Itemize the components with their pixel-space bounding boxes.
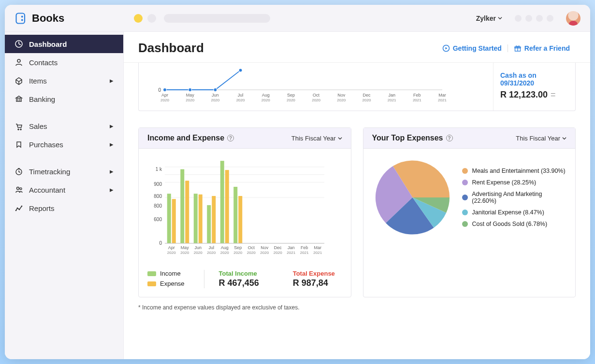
- svg-text:2021: 2021: [287, 251, 295, 255]
- svg-text:600: 600: [154, 217, 162, 222]
- top-expenses-card: Your Top Expenses ? This Fiscal Year: [363, 127, 576, 297]
- svg-point-1: [21, 15, 23, 17]
- svg-point-8: [15, 210, 17, 211]
- svg-point-18: [163, 88, 167, 92]
- sidebar-item-timetracking[interactable]: Timetracking▸: [5, 162, 123, 181]
- pie-legend-item: Meals and Entertainment (33.90%): [462, 168, 566, 174]
- legend-income-label: Income: [160, 270, 181, 277]
- header-action[interactable]: [536, 15, 543, 22]
- svg-text:900: 900: [154, 182, 162, 187]
- legend-label: Janitorial Expense (8.47%): [472, 209, 544, 216]
- sidebar-item-accountant[interactable]: Accountant▸: [5, 181, 123, 199]
- legend-swatch: [462, 168, 468, 174]
- sidebar-item-label: Reports: [29, 204, 55, 212]
- gift-icon: [514, 44, 522, 52]
- company-switcher[interactable]: Zylker: [476, 14, 502, 22]
- svg-text:800: 800: [154, 194, 162, 199]
- header-action[interactable]: [515, 15, 522, 22]
- sidebar-item-dashboard[interactable]: Dashboard: [5, 35, 123, 53]
- svg-text:2021: 2021: [388, 98, 396, 102]
- svg-rect-0: [16, 13, 25, 23]
- sidebar-item-label: Dashboard: [29, 40, 67, 48]
- legend-label: Meals and Entertainment (33.90%): [472, 168, 565, 174]
- dot: [147, 14, 156, 23]
- sales-icon: [15, 122, 23, 130]
- svg-text:Apr: Apr: [161, 93, 168, 98]
- svg-text:Feb: Feb: [301, 245, 308, 250]
- legend-swatch-expense: [147, 281, 156, 286]
- header-action[interactable]: [525, 15, 532, 22]
- svg-text:Dec: Dec: [363, 93, 371, 98]
- legend-label: Rent Expense (28.25%): [472, 179, 536, 186]
- page-header: Dashboard Getting Started Refer a Friend: [124, 32, 590, 63]
- company-name: Zylker: [476, 14, 496, 22]
- getting-started-label: Getting Started: [453, 44, 502, 52]
- app-name: Books: [32, 12, 64, 25]
- chevron-down-icon: [498, 16, 502, 20]
- legend-label: Advertising And Marketing (22.60%): [472, 191, 566, 204]
- svg-text:2021: 2021: [413, 98, 421, 102]
- svg-rect-78: [238, 196, 242, 243]
- app-window: Books Zylker DashboardContactsItems▸Bank…: [5, 5, 590, 359]
- svg-text:1 k: 1 k: [156, 167, 162, 172]
- svg-text:2020: 2020: [160, 98, 169, 102]
- svg-rect-74: [225, 170, 229, 243]
- legend-swatch: [462, 221, 468, 227]
- svg-text:Jun: Jun: [194, 245, 202, 250]
- sidebar: DashboardContactsItems▸BankingSales▸Purc…: [5, 32, 124, 359]
- svg-text:2020: 2020: [233, 251, 242, 255]
- search-placeholder-bar[interactable]: [164, 14, 270, 23]
- dashboard-icon: [15, 40, 23, 48]
- svg-text:2020: 2020: [207, 251, 216, 255]
- svg-text:Jul: Jul: [238, 93, 244, 98]
- legend-swatch: [462, 210, 468, 215]
- help-icon[interactable]: ?: [227, 135, 234, 141]
- sidebar-item-label: Accountant: [29, 186, 65, 194]
- chevron-right-icon: ▸: [110, 76, 114, 85]
- refer-friend-link[interactable]: Refer a Friend: [508, 44, 576, 52]
- svg-text:Sep: Sep: [287, 93, 295, 98]
- sidebar-item-contacts[interactable]: Contacts: [5, 53, 123, 71]
- svg-text:2020: 2020: [247, 251, 256, 255]
- cashflow-card: 0Apr2020May2020Jun2020Jul2020Aug2020Sep2…: [138, 63, 576, 111]
- legend-swatch: [462, 195, 468, 200]
- getting-started-link[interactable]: Getting Started: [436, 44, 508, 52]
- sidebar-item-items[interactable]: Items▸: [5, 71, 123, 90]
- sidebar-item-label: Items: [29, 77, 47, 85]
- chevron-down-icon: [338, 136, 342, 140]
- sidebar-item-purchases[interactable]: Purchases▸: [5, 135, 123, 154]
- svg-text:Aug: Aug: [262, 93, 270, 98]
- svg-point-10: [19, 209, 20, 210]
- app-logo[interactable]: Books: [15, 12, 64, 25]
- sidebar-item-reports[interactable]: Reports: [5, 199, 123, 217]
- pie-legend-item: Rent Expense (28.25%): [462, 179, 566, 186]
- footnote: * Income and expense values displayed ar…: [138, 304, 576, 311]
- header-action[interactable]: [547, 15, 553, 22]
- top-expenses-period-select[interactable]: This Fiscal Year: [516, 135, 566, 142]
- sidebar-item-sales[interactable]: Sales▸: [5, 117, 123, 135]
- svg-text:2020: 2020: [194, 251, 203, 255]
- svg-text:2020: 2020: [363, 98, 371, 102]
- help-icon[interactable]: ?: [446, 135, 453, 141]
- sidebar-item-banking[interactable]: Banking: [5, 90, 123, 108]
- legend-swatch-income: [147, 271, 156, 276]
- legend-label: Cost of Goods Sold (6.78%): [472, 221, 547, 227]
- income-expense-period-select[interactable]: This Fiscal Year: [291, 135, 342, 142]
- equals-icon: =: [551, 90, 556, 100]
- chevron-right-icon: ▸: [110, 140, 114, 149]
- cash-summary: Cash as on 09/31/2020 R 12,123.00 =: [493, 63, 575, 111]
- svg-text:2021: 2021: [438, 98, 447, 102]
- total-income-value: R 467,456: [219, 278, 259, 288]
- total-expense-label: Total Expense: [293, 270, 335, 277]
- topbar: Books Zylker: [5, 5, 590, 32]
- svg-rect-65: [194, 194, 198, 243]
- svg-point-7: [20, 188, 22, 190]
- svg-text:800: 800: [154, 203, 162, 209]
- sidebar-item-label: Contacts: [29, 58, 58, 67]
- svg-text:0: 0: [159, 240, 162, 246]
- page-title: Dashboard: [138, 41, 204, 56]
- avatar[interactable]: [566, 11, 580, 26]
- income-expense-title: Income and Expense ?: [147, 134, 234, 142]
- banking-icon: [15, 95, 23, 103]
- sidebar-item-label: Timetracking: [29, 168, 70, 176]
